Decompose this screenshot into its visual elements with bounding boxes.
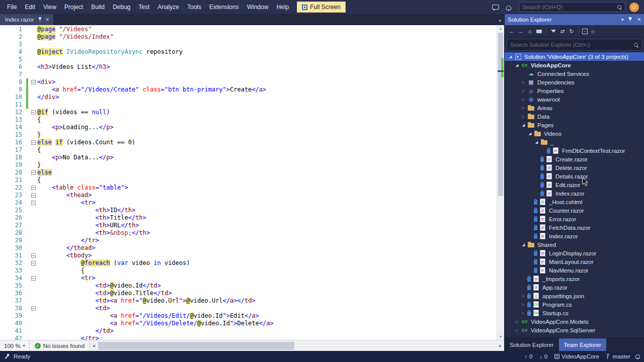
status-bell-icon[interactable] <box>635 354 640 358</box>
scroll-right-icon[interactable]: ▶ <box>497 340 504 351</box>
fold-margin[interactable]: − <box>29 275 37 282</box>
tree-item-areas[interactable]: ▷Areas <box>505 104 644 112</box>
menu-window[interactable]: Window <box>243 1 273 13</box>
menu-tools[interactable]: Tools <box>183 1 205 13</box>
menu-extensions[interactable]: Extensions <box>205 1 243 13</box>
send-feedback-icon[interactable] <box>492 5 499 10</box>
tree-item-appsettings-json[interactable]: ▷{}appsettings.json <box>505 292 644 300</box>
expander-icon[interactable]: ▷ <box>520 115 527 119</box>
document-list-chevron-icon[interactable]: ▾ <box>499 18 504 25</box>
collapse-region-icon[interactable]: − <box>31 170 36 175</box>
full-screen-button[interactable]: Full Screen <box>297 2 346 13</box>
notifications-icon[interactable] <box>506 6 511 10</box>
menu-project[interactable]: Project <box>60 1 87 13</box>
fold-margin[interactable]: − <box>29 139 37 146</box>
tree-item-videoappcore-sqlserver[interactable]: ▷C#VideoAppCore.SqlServer <box>505 326 644 334</box>
fold-margin[interactable]: − <box>29 259 37 267</box>
collapse-region-icon[interactable]: − <box>31 306 36 311</box>
tree-item-data[interactable]: ▷Data <box>505 112 644 121</box>
tree-item-edit-razor[interactable]: @Edit.razor <box>505 180 644 189</box>
expander-icon[interactable]: ◢ <box>513 63 521 67</box>
user-avatar[interactable]: ☺ <box>629 3 639 12</box>
tree-item-logindisplay-razor[interactable]: @LoginDisplay.razor <box>505 249 644 257</box>
expander-icon[interactable]: ▷ <box>520 311 527 315</box>
tree-item-host-cshtml[interactable]: @_Host.cshtml <box>505 198 644 206</box>
expander-icon[interactable]: ▷ <box>513 328 521 332</box>
se-search-input[interactable] <box>510 42 634 48</box>
tree-item-navmenu-razor[interactable]: @NavMenu.razor <box>505 266 644 275</box>
refresh-icon[interactable]: ↻ <box>568 27 576 36</box>
sync-icon[interactable]: ⇄ <box>558 27 567 36</box>
tree-item-startup-cs[interactable]: ▷C#Startup.cs <box>505 309 644 317</box>
tree-item-pages[interactable]: ◢Pages <box>505 121 644 129</box>
tree-item-wwwroot[interactable]: ▷⊕wwwroot <box>505 95 644 104</box>
collapse-region-icon[interactable]: − <box>31 80 36 84</box>
collapse-region-icon[interactable]: − <box>31 186 36 190</box>
home-icon[interactable]: ⌂ <box>526 27 534 36</box>
fold-margin[interactable]: − <box>29 305 37 312</box>
fold-margin[interactable]: − <box>29 184 37 192</box>
scroll-left-icon[interactable]: ◀ <box>90 340 97 351</box>
expander-icon[interactable]: ◢ <box>526 132 534 136</box>
menu-debug[interactable]: Debug <box>109 1 134 13</box>
tab-index-razor[interactable]: Index.razor × <box>0 14 53 25</box>
collapse-region-icon[interactable]: − <box>31 193 36 198</box>
expander-icon[interactable]: ▷ <box>520 303 527 307</box>
tree-item-error-razor[interactable]: @Error.razor <box>505 215 644 223</box>
collapse-region-icon[interactable]: − <box>31 261 36 265</box>
menu-build[interactable]: Build <box>87 1 109 13</box>
tab-team-explorer[interactable]: Team Explorer <box>559 338 606 351</box>
menu-analyze[interactable]: Analyze <box>153 1 183 13</box>
issues-indicator[interactable]: ✓ No issues found <box>30 340 90 351</box>
filter-icon[interactable] <box>549 27 557 36</box>
collapse-region-icon[interactable]: − <box>31 110 36 115</box>
se-search-box[interactable] <box>507 39 642 51</box>
solution-explorer-header[interactable]: Solution Explorer ▾ × <box>505 14 644 25</box>
fold-margin[interactable]: − <box>29 109 37 116</box>
fold-margin[interactable]: − <box>29 199 37 207</box>
tree-item-videos[interactable]: ◢Videos <box>505 129 644 138</box>
vertical-scrollbar-thumb[interactable] <box>498 33 503 196</box>
tree-item-app-razor[interactable]: @App.razor <box>505 283 644 292</box>
quick-search-box[interactable] <box>519 2 625 12</box>
tree-item-[interactable]: ◢_ <box>505 138 644 146</box>
expander-icon[interactable]: ▷ <box>520 98 527 102</box>
collapse-region-icon[interactable]: − <box>31 201 36 205</box>
close-icon[interactable]: × <box>46 17 49 22</box>
collapse-region-icon[interactable]: − <box>31 140 36 145</box>
status-down[interactable]: ↓0 <box>539 353 547 359</box>
expander-icon[interactable]: ▷ <box>520 89 527 93</box>
horizontal-scrollbar-thumb[interactable] <box>98 342 294 350</box>
collapse-region-icon[interactable]: − <box>31 276 36 281</box>
collapse-region-icon[interactable]: − <box>31 253 36 258</box>
tree-item-solution-videoappcore-3-of-3-projects[interactable]: ◢Solution 'VideoAppCore' (3 of 3 project… <box>505 52 644 61</box>
tree-item-videoappcore[interactable]: ◢C#VideoAppCore <box>505 61 644 69</box>
tree-item-videoappcore-models[interactable]: ▷C#VideoAppCore.Models <box>505 317 644 326</box>
tree-item-create-razor[interactable]: @Create.razor <box>505 155 644 163</box>
quick-search-input[interactable] <box>522 4 617 10</box>
expander-icon[interactable]: ▷ <box>520 106 527 110</box>
fold-margin[interactable]: − <box>29 252 37 259</box>
status-up[interactable]: ↑0 <box>524 353 532 359</box>
tree-item-fetchdata-razor[interactable]: @FetchData.razor <box>505 223 644 232</box>
forward-icon[interactable]: → <box>517 27 525 36</box>
props-icon[interactable]: ☼ <box>589 27 597 36</box>
expander-icon[interactable]: ▷ <box>520 80 527 84</box>
menu-file[interactable]: File <box>3 1 21 13</box>
status-repo[interactable]: VideoAppCore <box>554 353 599 359</box>
expander-icon[interactable]: ▷ <box>520 294 527 298</box>
auto-hide-pin-icon[interactable] <box>628 17 632 22</box>
tab-solution-explorer[interactable]: Solution Explorer <box>505 338 559 351</box>
menu-help[interactable]: Help <box>272 1 293 13</box>
collapse-icon[interactable]: − <box>582 29 588 34</box>
editor-horizontal-scrollbar[interactable]: ◀ ▶ <box>90 340 504 351</box>
status-branch[interactable]: master <box>606 353 630 359</box>
scope-icon[interactable] <box>535 27 543 36</box>
close-icon[interactable]: × <box>637 17 641 22</box>
scroll-up-icon[interactable]: ▲ <box>497 25 504 32</box>
tree-item-details-razor[interactable]: @Details.razor <box>505 172 644 180</box>
editor-vertical-scrollbar[interactable]: ▲ ▼ <box>497 25 504 340</box>
expander-icon[interactable]: ◢ <box>520 243 527 247</box>
tree-item-connected-services[interactable]: ☁Connected Services <box>505 69 644 78</box>
menu-test[interactable]: Test <box>134 1 153 13</box>
